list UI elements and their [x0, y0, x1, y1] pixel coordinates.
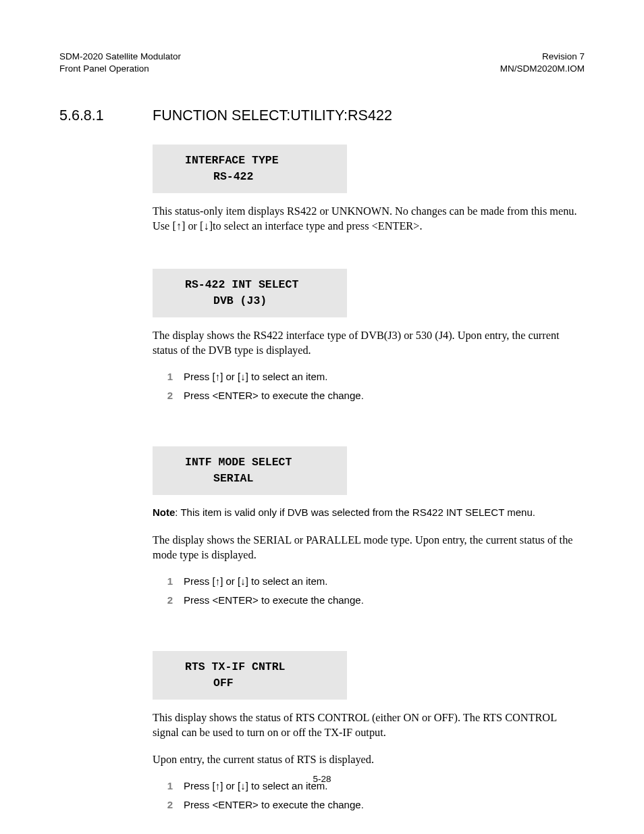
step-text: Press [↑] or [↓] to select an item.	[184, 370, 327, 384]
step-list: 1 Press [↑] or [↓] to select an item. 2 …	[162, 575, 585, 606]
step-number: 2	[162, 798, 184, 812]
step-number: 1	[162, 370, 184, 384]
step-item: 1 Press [↑] or [↓] to select an item.	[162, 370, 585, 384]
display-line: SERIAL	[185, 471, 333, 487]
paragraph: This status-only item displays RS422 or …	[153, 204, 585, 234]
content-area: INTERFACE TYPE RS-422 This status-only i…	[153, 145, 585, 811]
display-line: INTF MODE SELECT	[185, 454, 333, 471]
header-revision: Revision 7	[500, 51, 585, 63]
display-line: OFF	[185, 675, 333, 692]
page-number: 5-28	[0, 774, 644, 784]
step-number: 2	[162, 594, 184, 607]
section-title: FUNCTION SELECT:UTILITY:RS422	[153, 107, 392, 124]
page-header: SDM-2020 Satellite Modulator Front Panel…	[59, 51, 585, 75]
paragraph: The display shows the SERIAL or PARALLEL…	[153, 533, 585, 563]
paragraph: The display shows the RS422 interface ty…	[153, 328, 585, 358]
note-label: Note	[153, 506, 175, 518]
step-number: 2	[162, 389, 184, 402]
display-line: INTERFACE TYPE	[185, 153, 333, 169]
note-text: : This item is valid only if DVB was sel…	[175, 506, 535, 518]
section-number: 5.6.8.1	[59, 107, 153, 124]
display-box-rts-txif: RTS TX-IF CNTRL OFF	[153, 651, 347, 700]
step-item: 2 Press <ENTER> to execute the change.	[162, 594, 585, 607]
paragraph: Upon entry, the current status of RTS is…	[153, 752, 585, 767]
step-text: Press <ENTER> to execute the change.	[184, 798, 364, 812]
section-heading: 5.6.8.1 FUNCTION SELECT:UTILITY:RS422	[59, 107, 585, 124]
display-line: RS-422	[185, 169, 333, 185]
display-box-int-select: RS-422 INT SELECT DVB (J3)	[153, 269, 347, 317]
step-item: 2 Press <ENTER> to execute the change.	[162, 389, 585, 402]
paragraph: This display shows the status of RTS CON…	[153, 710, 585, 740]
step-number: 1	[162, 575, 184, 588]
display-line: DVB (J3)	[185, 293, 333, 309]
header-left: SDM-2020 Satellite Modulator Front Panel…	[59, 51, 181, 75]
step-text: Press <ENTER> to execute the change.	[184, 594, 364, 607]
display-box-intf-mode: INTF MODE SELECT SERIAL	[153, 446, 347, 495]
display-line: RTS TX-IF CNTRL	[185, 659, 333, 675]
header-right: Revision 7 MN/SDM2020M.IOM	[500, 51, 585, 75]
step-list: 1 Press [↑] or [↓] to select an item. 2 …	[162, 370, 585, 402]
display-box-interface-type: INTERFACE TYPE RS-422	[153, 145, 347, 193]
display-line: RS-422 INT SELECT	[185, 277, 333, 293]
header-subtitle: Front Panel Operation	[59, 63, 181, 75]
step-text: Press [↑] or [↓] to select an item.	[184, 575, 327, 588]
header-doc-id: MN/SDM2020M.IOM	[500, 63, 585, 75]
step-text: Press <ENTER> to execute the change.	[184, 389, 364, 402]
step-list: 1 Press [↑] or [↓] to select an item. 2 …	[162, 779, 585, 811]
step-item: 2 Press <ENTER> to execute the change.	[162, 798, 585, 812]
step-item: 1 Press [↑] or [↓] to select an item.	[162, 575, 585, 588]
header-product: SDM-2020 Satellite Modulator	[59, 51, 181, 63]
note-paragraph: Note: This item is valid only if DVB was…	[153, 506, 585, 519]
